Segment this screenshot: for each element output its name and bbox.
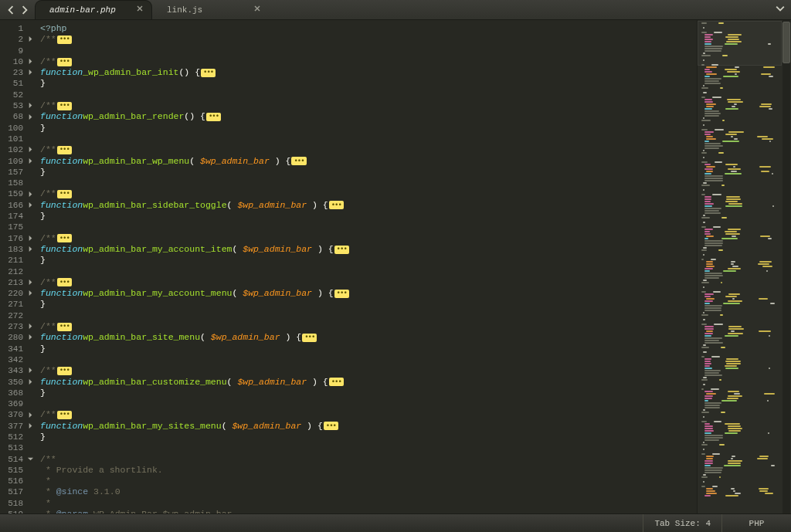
app-root: admin-bar.php link.js 129102351525368100…: [0, 0, 791, 532]
code-line: /** •••: [40, 409, 697, 420]
line-number: 516: [0, 476, 26, 486]
folded-region-pill[interactable]: •••: [57, 58, 72, 66]
line-number: 220: [0, 288, 26, 299]
line-number: 1: [0, 23, 26, 34]
folded-region-pill[interactable]: •••: [57, 367, 72, 375]
code-line: [40, 310, 697, 321]
line-number: 211: [0, 255, 26, 266]
code-line: [40, 134, 697, 144]
line-number: 370: [0, 409, 26, 420]
minimap-scroll-thumb[interactable]: [783, 22, 790, 63]
tab-close-button[interactable]: [252, 4, 263, 15]
folded-region-pill[interactable]: •••: [201, 69, 216, 77]
fold-toggle[interactable]: [27, 158, 35, 165]
panel-switch-button[interactable]: [769, 1, 791, 19]
top-bar: admin-bar.php link.js: [0, 0, 791, 20]
code-line: }: [40, 78, 697, 89]
line-number: 519: [0, 509, 26, 513]
line-number: 512: [0, 432, 26, 442]
nav-arrows: [0, 5, 36, 19]
code-line: /** •••: [40, 321, 697, 332]
folded-region-pill[interactable]: •••: [57, 146, 72, 154]
code-line: function wp_admin_bar_wp_menu( $wp_admin…: [40, 156, 697, 167]
folded-region-pill[interactable]: •••: [324, 422, 338, 430]
folded-region-pill[interactable]: •••: [57, 323, 72, 331]
code-line: * @param WP_Admin_Bar $wp_admin_bar: [40, 509, 697, 513]
folded-region-pill[interactable]: •••: [57, 411, 72, 419]
fold-toggle[interactable]: [27, 367, 35, 374]
folded-region-pill[interactable]: •••: [57, 190, 72, 198]
fold-toggle[interactable]: [27, 191, 35, 198]
line-number: 166: [0, 200, 26, 211]
line-number: 10: [0, 56, 26, 67]
line-number: 2: [0, 34, 26, 45]
line-number: 175: [0, 222, 26, 232]
code-line: function wp_admin_bar_customize_menu( $w…: [40, 377, 697, 388]
line-number: 343: [0, 365, 26, 376]
tab-title: link.js: [167, 5, 202, 15]
status-language-label: PHP: [749, 519, 765, 528]
line-number: 158: [0, 178, 26, 188]
minimap[interactable]: [697, 20, 791, 513]
fold-toggle[interactable]: [27, 456, 35, 463]
fold-toggle[interactable]: [27, 422, 35, 430]
nav-forward-button[interactable]: [19, 5, 31, 18]
fold-toggle[interactable]: [27, 378, 35, 386]
folded-region-pill[interactable]: •••: [57, 234, 72, 242]
code-line: }: [40, 255, 697, 266]
folded-region-pill[interactable]: •••: [57, 36, 72, 44]
nav-back-button[interactable]: [5, 5, 17, 18]
folded-region-pill[interactable]: •••: [329, 378, 344, 386]
chevron-right-icon: [20, 5, 29, 19]
line-number: 109: [0, 156, 26, 167]
minimap-scroll-track[interactable]: [783, 20, 790, 513]
line-number: 271: [0, 299, 26, 310]
fold-toggle[interactable]: [27, 146, 35, 154]
folded-region-pill[interactable]: •••: [206, 113, 221, 121]
fold-toggle[interactable]: [27, 323, 35, 330]
line-number-gutter[interactable]: 1291023515253681001011021091571581591661…: [0, 20, 26, 513]
line-number: 174: [0, 211, 26, 222]
code-line: }: [40, 388, 697, 398]
fold-toggle[interactable]: [27, 412, 35, 419]
fold-toggle[interactable]: [27, 69, 35, 76]
tab-close-button[interactable]: [134, 4, 145, 15]
folded-region-pill[interactable]: •••: [334, 246, 349, 254]
line-number: 102: [0, 144, 26, 155]
fold-toggle[interactable]: [27, 290, 35, 297]
code-content[interactable]: <?php/** •••/** •••function _wp_admin_ba…: [36, 20, 697, 513]
folded-region-pill[interactable]: •••: [57, 278, 72, 286]
code-line: [40, 398, 697, 409]
tab-admin-bar-php[interactable]: admin-bar.php: [36, 1, 151, 19]
fold-toggle[interactable]: [27, 58, 35, 66]
chevron-left-icon: [6, 5, 15, 19]
fold-toggle[interactable]: [27, 36, 35, 43]
folded-region-pill[interactable]: •••: [329, 201, 344, 209]
line-number: 9: [0, 46, 26, 56]
line-number: 51: [0, 78, 26, 89]
folded-region-pill[interactable]: •••: [57, 102, 72, 110]
code-line: *: [40, 476, 697, 486]
fold-gutter[interactable]: [26, 20, 36, 513]
line-number: 157: [0, 167, 26, 178]
code-line: function _wp_admin_bar_init() { •••: [40, 67, 697, 78]
fold-toggle[interactable]: [27, 246, 35, 253]
fold-toggle[interactable]: [27, 102, 35, 110]
code-line: }: [40, 167, 697, 178]
tab-link-js[interactable]: link.js: [153, 1, 269, 19]
fold-toggle[interactable]: [27, 279, 35, 286]
status-language[interactable]: PHP: [721, 514, 791, 532]
code-line: /**: [40, 454, 697, 465]
line-number: 100: [0, 123, 26, 134]
chevron-down-icon: [776, 3, 785, 17]
folded-region-pill[interactable]: •••: [291, 157, 306, 165]
fold-toggle[interactable]: [27, 334, 35, 341]
fold-toggle[interactable]: [27, 202, 35, 209]
folded-region-pill[interactable]: •••: [334, 290, 349, 298]
minimap-viewport[interactable]: [698, 21, 782, 66]
folded-region-pill[interactable]: •••: [302, 334, 317, 342]
fold-toggle[interactable]: [27, 114, 35, 121]
status-tab-size[interactable]: Tab Size: 4: [643, 514, 721, 532]
line-number: 342: [0, 354, 26, 365]
fold-toggle[interactable]: [27, 235, 35, 242]
